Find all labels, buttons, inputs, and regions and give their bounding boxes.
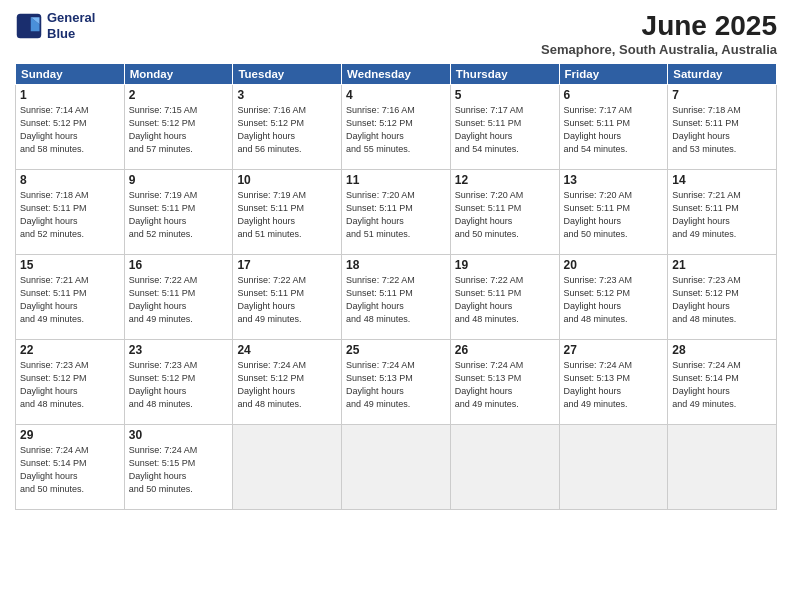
calendar-cell: 23Sunrise: 7:23 AMSunset: 5:12 PMDayligh… xyxy=(124,340,233,425)
month-title: June 2025 xyxy=(541,10,777,42)
calendar-cell xyxy=(233,425,342,510)
day-info: Sunrise: 7:22 AMSunset: 5:11 PMDaylight … xyxy=(455,274,555,326)
day-number: 16 xyxy=(129,258,229,272)
day-info: Sunrise: 7:23 AMSunset: 5:12 PMDaylight … xyxy=(20,359,120,411)
calendar-week-row: 15Sunrise: 7:21 AMSunset: 5:11 PMDayligh… xyxy=(16,255,777,340)
day-info: Sunrise: 7:21 AMSunset: 5:11 PMDaylight … xyxy=(672,189,772,241)
logo-text-line1: General xyxy=(47,10,95,26)
calendar-cell: 17Sunrise: 7:22 AMSunset: 5:11 PMDayligh… xyxy=(233,255,342,340)
calendar-cell: 6Sunrise: 7:17 AMSunset: 5:11 PMDaylight… xyxy=(559,85,668,170)
calendar-cell: 12Sunrise: 7:20 AMSunset: 5:11 PMDayligh… xyxy=(450,170,559,255)
calendar-cell: 14Sunrise: 7:21 AMSunset: 5:11 PMDayligh… xyxy=(668,170,777,255)
calendar-cell: 30Sunrise: 7:24 AMSunset: 5:15 PMDayligh… xyxy=(124,425,233,510)
calendar-cell: 9Sunrise: 7:19 AMSunset: 5:11 PMDaylight… xyxy=(124,170,233,255)
day-number: 27 xyxy=(564,343,664,357)
day-info: Sunrise: 7:14 AMSunset: 5:12 PMDaylight … xyxy=(20,104,120,156)
col-wednesday: Wednesday xyxy=(342,64,451,85)
day-number: 25 xyxy=(346,343,446,357)
calendar-cell: 27Sunrise: 7:24 AMSunset: 5:13 PMDayligh… xyxy=(559,340,668,425)
day-info: Sunrise: 7:20 AMSunset: 5:11 PMDaylight … xyxy=(455,189,555,241)
page-header: General Blue June 2025 Semaphore, South … xyxy=(15,10,777,57)
day-info: Sunrise: 7:15 AMSunset: 5:12 PMDaylight … xyxy=(129,104,229,156)
calendar-week-row: 8Sunrise: 7:18 AMSunset: 5:11 PMDaylight… xyxy=(16,170,777,255)
calendar-cell xyxy=(342,425,451,510)
day-number: 9 xyxy=(129,173,229,187)
logo-text-line2: Blue xyxy=(47,26,95,42)
day-number: 30 xyxy=(129,428,229,442)
day-number: 8 xyxy=(20,173,120,187)
calendar-cell: 29Sunrise: 7:24 AMSunset: 5:14 PMDayligh… xyxy=(16,425,125,510)
col-thursday: Thursday xyxy=(450,64,559,85)
day-info: Sunrise: 7:24 AMSunset: 5:14 PMDaylight … xyxy=(20,444,120,496)
calendar-table: Sunday Monday Tuesday Wednesday Thursday… xyxy=(15,63,777,510)
calendar-week-row: 1Sunrise: 7:14 AMSunset: 5:12 PMDaylight… xyxy=(16,85,777,170)
col-sunday: Sunday xyxy=(16,64,125,85)
day-number: 7 xyxy=(672,88,772,102)
day-number: 28 xyxy=(672,343,772,357)
calendar-cell: 18Sunrise: 7:22 AMSunset: 5:11 PMDayligh… xyxy=(342,255,451,340)
day-info: Sunrise: 7:24 AMSunset: 5:12 PMDaylight … xyxy=(237,359,337,411)
col-saturday: Saturday xyxy=(668,64,777,85)
day-info: Sunrise: 7:17 AMSunset: 5:11 PMDaylight … xyxy=(564,104,664,156)
calendar-cell: 10Sunrise: 7:19 AMSunset: 5:11 PMDayligh… xyxy=(233,170,342,255)
day-number: 3 xyxy=(237,88,337,102)
calendar-cell: 11Sunrise: 7:20 AMSunset: 5:11 PMDayligh… xyxy=(342,170,451,255)
calendar-cell: 22Sunrise: 7:23 AMSunset: 5:12 PMDayligh… xyxy=(16,340,125,425)
day-number: 24 xyxy=(237,343,337,357)
calendar-cell: 5Sunrise: 7:17 AMSunset: 5:11 PMDaylight… xyxy=(450,85,559,170)
logo: General Blue xyxy=(15,10,95,41)
day-info: Sunrise: 7:23 AMSunset: 5:12 PMDaylight … xyxy=(129,359,229,411)
day-number: 13 xyxy=(564,173,664,187)
day-number: 10 xyxy=(237,173,337,187)
day-number: 2 xyxy=(129,88,229,102)
calendar-cell: 24Sunrise: 7:24 AMSunset: 5:12 PMDayligh… xyxy=(233,340,342,425)
calendar-cell: 1Sunrise: 7:14 AMSunset: 5:12 PMDaylight… xyxy=(16,85,125,170)
logo-icon xyxy=(15,12,43,40)
calendar-week-row: 22Sunrise: 7:23 AMSunset: 5:12 PMDayligh… xyxy=(16,340,777,425)
location-subtitle: Semaphore, South Australia, Australia xyxy=(541,42,777,57)
calendar-cell: 3Sunrise: 7:16 AMSunset: 5:12 PMDaylight… xyxy=(233,85,342,170)
calendar-cell: 20Sunrise: 7:23 AMSunset: 5:12 PMDayligh… xyxy=(559,255,668,340)
calendar-cell: 16Sunrise: 7:22 AMSunset: 5:11 PMDayligh… xyxy=(124,255,233,340)
day-number: 1 xyxy=(20,88,120,102)
day-info: Sunrise: 7:16 AMSunset: 5:12 PMDaylight … xyxy=(237,104,337,156)
day-number: 4 xyxy=(346,88,446,102)
day-number: 6 xyxy=(564,88,664,102)
day-info: Sunrise: 7:22 AMSunset: 5:11 PMDaylight … xyxy=(346,274,446,326)
day-info: Sunrise: 7:23 AMSunset: 5:12 PMDaylight … xyxy=(564,274,664,326)
calendar-cell: 8Sunrise: 7:18 AMSunset: 5:11 PMDaylight… xyxy=(16,170,125,255)
calendar-cell: 15Sunrise: 7:21 AMSunset: 5:11 PMDayligh… xyxy=(16,255,125,340)
calendar-cell xyxy=(450,425,559,510)
day-info: Sunrise: 7:18 AMSunset: 5:11 PMDaylight … xyxy=(672,104,772,156)
day-info: Sunrise: 7:22 AMSunset: 5:11 PMDaylight … xyxy=(129,274,229,326)
day-number: 23 xyxy=(129,343,229,357)
calendar-cell: 4Sunrise: 7:16 AMSunset: 5:12 PMDaylight… xyxy=(342,85,451,170)
calendar-cell: 21Sunrise: 7:23 AMSunset: 5:12 PMDayligh… xyxy=(668,255,777,340)
day-number: 29 xyxy=(20,428,120,442)
day-info: Sunrise: 7:18 AMSunset: 5:11 PMDaylight … xyxy=(20,189,120,241)
day-info: Sunrise: 7:24 AMSunset: 5:15 PMDaylight … xyxy=(129,444,229,496)
title-block: June 2025 Semaphore, South Australia, Au… xyxy=(541,10,777,57)
day-number: 14 xyxy=(672,173,772,187)
day-number: 19 xyxy=(455,258,555,272)
col-friday: Friday xyxy=(559,64,668,85)
day-info: Sunrise: 7:24 AMSunset: 5:13 PMDaylight … xyxy=(564,359,664,411)
col-tuesday: Tuesday xyxy=(233,64,342,85)
day-info: Sunrise: 7:23 AMSunset: 5:12 PMDaylight … xyxy=(672,274,772,326)
calendar-cell: 25Sunrise: 7:24 AMSunset: 5:13 PMDayligh… xyxy=(342,340,451,425)
calendar-cell: 19Sunrise: 7:22 AMSunset: 5:11 PMDayligh… xyxy=(450,255,559,340)
day-number: 18 xyxy=(346,258,446,272)
day-info: Sunrise: 7:24 AMSunset: 5:14 PMDaylight … xyxy=(672,359,772,411)
day-info: Sunrise: 7:19 AMSunset: 5:11 PMDaylight … xyxy=(129,189,229,241)
day-number: 26 xyxy=(455,343,555,357)
calendar-cell: 7Sunrise: 7:18 AMSunset: 5:11 PMDaylight… xyxy=(668,85,777,170)
calendar-week-row: 29Sunrise: 7:24 AMSunset: 5:14 PMDayligh… xyxy=(16,425,777,510)
day-number: 20 xyxy=(564,258,664,272)
day-number: 21 xyxy=(672,258,772,272)
calendar-cell xyxy=(559,425,668,510)
day-number: 17 xyxy=(237,258,337,272)
calendar-cell: 28Sunrise: 7:24 AMSunset: 5:14 PMDayligh… xyxy=(668,340,777,425)
col-monday: Monday xyxy=(124,64,233,85)
day-info: Sunrise: 7:20 AMSunset: 5:11 PMDaylight … xyxy=(564,189,664,241)
day-info: Sunrise: 7:19 AMSunset: 5:11 PMDaylight … xyxy=(237,189,337,241)
